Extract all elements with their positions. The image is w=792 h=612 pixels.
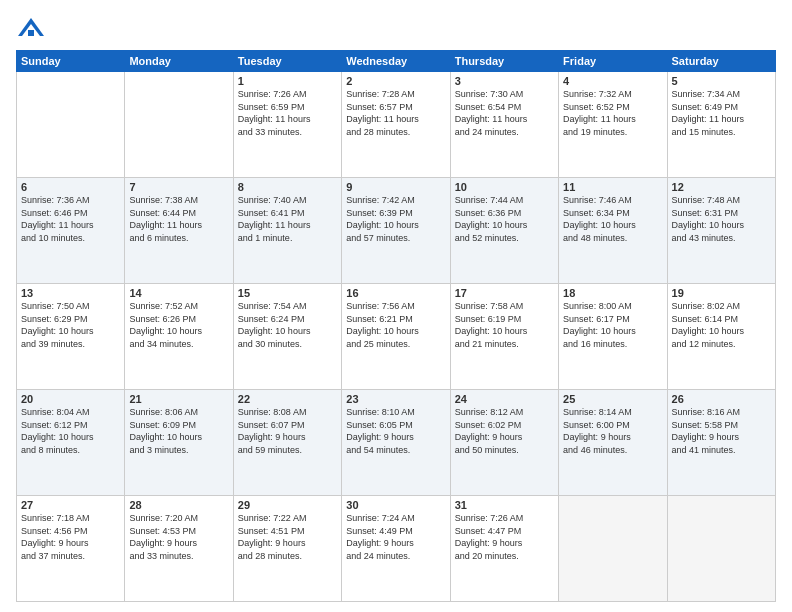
calendar-cell: 1Sunrise: 7:26 AM Sunset: 6:59 PM Daylig… — [233, 72, 341, 178]
day-number: 21 — [129, 393, 228, 405]
day-number: 12 — [672, 181, 771, 193]
day-number: 1 — [238, 75, 337, 87]
day-number: 22 — [238, 393, 337, 405]
day-info: Sunrise: 7:22 AM Sunset: 4:51 PM Dayligh… — [238, 513, 307, 561]
calendar-cell: 2Sunrise: 7:28 AM Sunset: 6:57 PM Daylig… — [342, 72, 450, 178]
week-row-5: 27Sunrise: 7:18 AM Sunset: 4:56 PM Dayli… — [17, 496, 776, 602]
day-number: 3 — [455, 75, 554, 87]
calendar-cell: 6Sunrise: 7:36 AM Sunset: 6:46 PM Daylig… — [17, 178, 125, 284]
day-number: 24 — [455, 393, 554, 405]
calendar-cell: 31Sunrise: 7:26 AM Sunset: 4:47 PM Dayli… — [450, 496, 558, 602]
day-info: Sunrise: 7:44 AM Sunset: 6:36 PM Dayligh… — [455, 195, 528, 243]
day-info: Sunrise: 7:24 AM Sunset: 4:49 PM Dayligh… — [346, 513, 415, 561]
day-number: 19 — [672, 287, 771, 299]
day-info: Sunrise: 7:38 AM Sunset: 6:44 PM Dayligh… — [129, 195, 202, 243]
day-number: 25 — [563, 393, 662, 405]
week-row-2: 6Sunrise: 7:36 AM Sunset: 6:46 PM Daylig… — [17, 178, 776, 284]
day-number: 26 — [672, 393, 771, 405]
day-number: 4 — [563, 75, 662, 87]
day-info: Sunrise: 8:14 AM Sunset: 6:00 PM Dayligh… — [563, 407, 632, 455]
calendar-cell: 4Sunrise: 7:32 AM Sunset: 6:52 PM Daylig… — [559, 72, 667, 178]
day-info: Sunrise: 7:42 AM Sunset: 6:39 PM Dayligh… — [346, 195, 419, 243]
day-number: 29 — [238, 499, 337, 511]
weekday-tuesday: Tuesday — [233, 51, 341, 72]
day-info: Sunrise: 7:46 AM Sunset: 6:34 PM Dayligh… — [563, 195, 636, 243]
day-info: Sunrise: 7:48 AM Sunset: 6:31 PM Dayligh… — [672, 195, 745, 243]
week-row-1: 1Sunrise: 7:26 AM Sunset: 6:59 PM Daylig… — [17, 72, 776, 178]
day-number: 9 — [346, 181, 445, 193]
calendar-cell — [17, 72, 125, 178]
calendar-cell: 26Sunrise: 8:16 AM Sunset: 5:58 PM Dayli… — [667, 390, 775, 496]
day-number: 30 — [346, 499, 445, 511]
calendar-cell: 9Sunrise: 7:42 AM Sunset: 6:39 PM Daylig… — [342, 178, 450, 284]
calendar-cell: 13Sunrise: 7:50 AM Sunset: 6:29 PM Dayli… — [17, 284, 125, 390]
day-info: Sunrise: 7:32 AM Sunset: 6:52 PM Dayligh… — [563, 89, 636, 137]
calendar-table: SundayMondayTuesdayWednesdayThursdayFrid… — [16, 50, 776, 602]
calendar-cell: 7Sunrise: 7:38 AM Sunset: 6:44 PM Daylig… — [125, 178, 233, 284]
weekday-monday: Monday — [125, 51, 233, 72]
day-number: 8 — [238, 181, 337, 193]
day-number: 31 — [455, 499, 554, 511]
day-info: Sunrise: 8:06 AM Sunset: 6:09 PM Dayligh… — [129, 407, 202, 455]
day-info: Sunrise: 7:18 AM Sunset: 4:56 PM Dayligh… — [21, 513, 90, 561]
calendar-cell: 21Sunrise: 8:06 AM Sunset: 6:09 PM Dayli… — [125, 390, 233, 496]
weekday-header-row: SundayMondayTuesdayWednesdayThursdayFrid… — [17, 51, 776, 72]
week-row-3: 13Sunrise: 7:50 AM Sunset: 6:29 PM Dayli… — [17, 284, 776, 390]
calendar-cell: 27Sunrise: 7:18 AM Sunset: 4:56 PM Dayli… — [17, 496, 125, 602]
day-info: Sunrise: 8:02 AM Sunset: 6:14 PM Dayligh… — [672, 301, 745, 349]
day-info: Sunrise: 7:54 AM Sunset: 6:24 PM Dayligh… — [238, 301, 311, 349]
day-number: 20 — [21, 393, 120, 405]
day-info: Sunrise: 8:16 AM Sunset: 5:58 PM Dayligh… — [672, 407, 741, 455]
day-info: Sunrise: 8:04 AM Sunset: 6:12 PM Dayligh… — [21, 407, 94, 455]
calendar-cell — [559, 496, 667, 602]
day-number: 13 — [21, 287, 120, 299]
day-info: Sunrise: 8:00 AM Sunset: 6:17 PM Dayligh… — [563, 301, 636, 349]
calendar-cell: 18Sunrise: 8:00 AM Sunset: 6:17 PM Dayli… — [559, 284, 667, 390]
day-number: 11 — [563, 181, 662, 193]
day-number: 15 — [238, 287, 337, 299]
logo-icon — [16, 16, 46, 42]
day-info: Sunrise: 7:52 AM Sunset: 6:26 PM Dayligh… — [129, 301, 202, 349]
day-info: Sunrise: 8:12 AM Sunset: 6:02 PM Dayligh… — [455, 407, 524, 455]
calendar-cell: 22Sunrise: 8:08 AM Sunset: 6:07 PM Dayli… — [233, 390, 341, 496]
calendar-cell: 15Sunrise: 7:54 AM Sunset: 6:24 PM Dayli… — [233, 284, 341, 390]
calendar-cell: 20Sunrise: 8:04 AM Sunset: 6:12 PM Dayli… — [17, 390, 125, 496]
day-info: Sunrise: 7:36 AM Sunset: 6:46 PM Dayligh… — [21, 195, 94, 243]
calendar-cell: 24Sunrise: 8:12 AM Sunset: 6:02 PM Dayli… — [450, 390, 558, 496]
calendar-cell: 3Sunrise: 7:30 AM Sunset: 6:54 PM Daylig… — [450, 72, 558, 178]
day-number: 2 — [346, 75, 445, 87]
day-number: 14 — [129, 287, 228, 299]
day-number: 23 — [346, 393, 445, 405]
week-row-4: 20Sunrise: 8:04 AM Sunset: 6:12 PM Dayli… — [17, 390, 776, 496]
calendar-cell: 10Sunrise: 7:44 AM Sunset: 6:36 PM Dayli… — [450, 178, 558, 284]
calendar-cell — [125, 72, 233, 178]
day-info: Sunrise: 7:20 AM Sunset: 4:53 PM Dayligh… — [129, 513, 198, 561]
day-info: Sunrise: 7:34 AM Sunset: 6:49 PM Dayligh… — [672, 89, 745, 137]
day-info: Sunrise: 7:30 AM Sunset: 6:54 PM Dayligh… — [455, 89, 528, 137]
calendar-cell: 28Sunrise: 7:20 AM Sunset: 4:53 PM Dayli… — [125, 496, 233, 602]
day-number: 5 — [672, 75, 771, 87]
calendar-cell: 19Sunrise: 8:02 AM Sunset: 6:14 PM Dayli… — [667, 284, 775, 390]
day-info: Sunrise: 7:50 AM Sunset: 6:29 PM Dayligh… — [21, 301, 94, 349]
header — [16, 16, 776, 42]
calendar-cell: 11Sunrise: 7:46 AM Sunset: 6:34 PM Dayli… — [559, 178, 667, 284]
calendar-cell: 12Sunrise: 7:48 AM Sunset: 6:31 PM Dayli… — [667, 178, 775, 284]
day-number: 7 — [129, 181, 228, 193]
day-number: 28 — [129, 499, 228, 511]
calendar-cell: 16Sunrise: 7:56 AM Sunset: 6:21 PM Dayli… — [342, 284, 450, 390]
weekday-friday: Friday — [559, 51, 667, 72]
day-number: 6 — [21, 181, 120, 193]
weekday-sunday: Sunday — [17, 51, 125, 72]
day-info: Sunrise: 7:26 AM Sunset: 4:47 PM Dayligh… — [455, 513, 524, 561]
calendar-cell: 29Sunrise: 7:22 AM Sunset: 4:51 PM Dayli… — [233, 496, 341, 602]
weekday-wednesday: Wednesday — [342, 51, 450, 72]
calendar-cell: 5Sunrise: 7:34 AM Sunset: 6:49 PM Daylig… — [667, 72, 775, 178]
day-number: 10 — [455, 181, 554, 193]
day-info: Sunrise: 7:58 AM Sunset: 6:19 PM Dayligh… — [455, 301, 528, 349]
calendar-cell: 23Sunrise: 8:10 AM Sunset: 6:05 PM Dayli… — [342, 390, 450, 496]
weekday-thursday: Thursday — [450, 51, 558, 72]
weekday-saturday: Saturday — [667, 51, 775, 72]
day-info: Sunrise: 8:10 AM Sunset: 6:05 PM Dayligh… — [346, 407, 415, 455]
day-info: Sunrise: 7:26 AM Sunset: 6:59 PM Dayligh… — [238, 89, 311, 137]
day-number: 18 — [563, 287, 662, 299]
